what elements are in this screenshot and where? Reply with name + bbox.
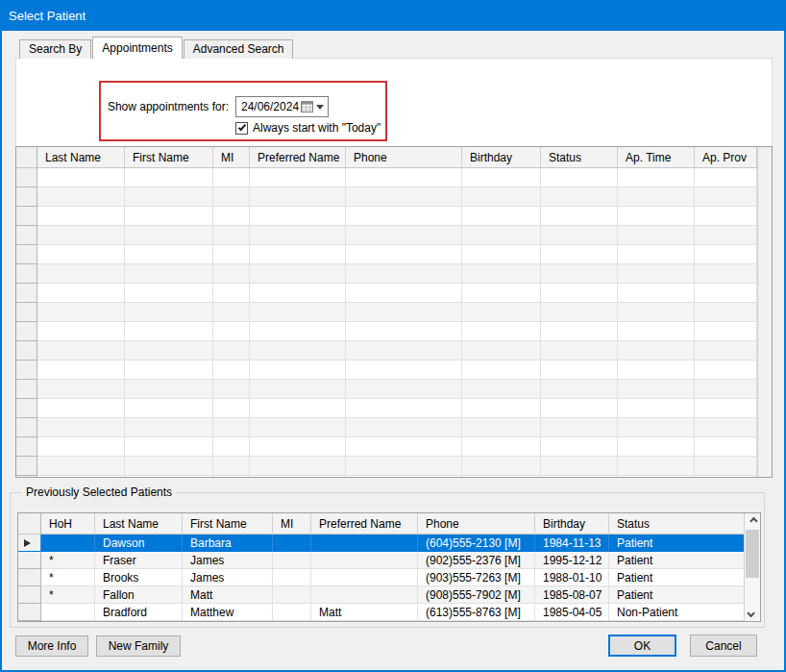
- row-selector[interactable]: [18, 535, 41, 552]
- table-row[interactable]: [16, 457, 772, 476]
- table-row[interactable]: [16, 207, 772, 226]
- row-selector[interactable]: [16, 361, 37, 380]
- col-header-status[interactable]: Status: [609, 513, 744, 534]
- col-header-mi[interactable]: MI: [213, 147, 250, 167]
- table-row[interactable]: *FraserJames(902)555-2376 [M]1995-12-12P…: [18, 552, 760, 569]
- scroll-up-button[interactable]: [745, 513, 760, 529]
- row-selector[interactable]: [16, 168, 37, 187]
- cancel-button[interactable]: Cancel: [690, 635, 757, 657]
- cell-preferred[interactable]: Matt: [311, 604, 418, 621]
- tab-advanced-search[interactable]: Advanced Search: [184, 39, 294, 59]
- cell-hoh[interactable]: *: [41, 569, 95, 586]
- calendar-icon[interactable]: [301, 101, 313, 112]
- cell-first[interactable]: James: [183, 569, 273, 586]
- chevron-down-icon[interactable]: [316, 105, 324, 110]
- cell-hoh[interactable]: *: [41, 552, 95, 569]
- table-row[interactable]: [16, 361, 772, 380]
- table-row[interactable]: DawsonBarbara(604)555-2130 [M]1984-11-13…: [18, 535, 760, 552]
- table-row[interactable]: [16, 226, 772, 245]
- table-row[interactable]: [16, 437, 772, 457]
- row-selector[interactable]: [18, 552, 41, 569]
- table-row[interactable]: [16, 264, 772, 284]
- cell-status[interactable]: Non-Patient: [609, 604, 744, 621]
- cell-hoh[interactable]: [41, 535, 95, 552]
- table-row[interactable]: [16, 380, 772, 399]
- table-row[interactable]: [16, 284, 772, 303]
- table-row[interactable]: [16, 303, 772, 322]
- cell-mi[interactable]: [273, 604, 311, 621]
- cell-status[interactable]: Patient: [609, 535, 744, 552]
- date-value[interactable]: 24/06/2024: [236, 100, 301, 113]
- cell-birthday[interactable]: 1985-04-05: [535, 604, 609, 621]
- col-header-birthday[interactable]: Birthday: [462, 147, 541, 167]
- cell-phone[interactable]: (908)555-7902 [M]: [418, 586, 535, 604]
- cell-hoh[interactable]: *: [41, 586, 95, 604]
- vertical-scrollbar[interactable]: [744, 513, 760, 621]
- cell-preferred[interactable]: [311, 586, 418, 604]
- table-row[interactable]: BradfordMatthewMatt(613)555-8763 [M]1985…: [18, 604, 760, 621]
- cell-mi[interactable]: [273, 586, 311, 604]
- col-header-phone[interactable]: Phone: [346, 147, 462, 167]
- cell-mi[interactable]: [273, 569, 311, 586]
- cell-phone[interactable]: (604)555-2130 [M]: [418, 535, 535, 552]
- table-row[interactable]: [16, 418, 772, 437]
- row-selector[interactable]: [16, 284, 37, 303]
- row-selector[interactable]: [16, 380, 37, 399]
- col-header-preferred-name[interactable]: Preferred Name: [250, 147, 346, 167]
- cell-status[interactable]: Patient: [609, 552, 744, 569]
- table-row[interactable]: [16, 245, 772, 264]
- cell-last[interactable]: Fallon: [95, 586, 183, 604]
- tab-appointments[interactable]: Appointments: [92, 37, 182, 59]
- cell-last[interactable]: Brooks: [95, 569, 183, 586]
- row-selector[interactable]: [16, 303, 37, 322]
- scrollbar-thumb[interactable]: [746, 530, 759, 578]
- col-header-preferred-name[interactable]: Preferred Name: [311, 513, 418, 534]
- cell-birthday[interactable]: 1984-11-13: [535, 535, 609, 552]
- col-header-last-name[interactable]: Last Name: [95, 513, 183, 534]
- cell-last[interactable]: Bradford: [95, 604, 183, 621]
- row-selector[interactable]: [16, 457, 37, 476]
- cell-birthday[interactable]: 1995-12-12: [535, 552, 609, 569]
- cell-hoh[interactable]: [41, 604, 95, 621]
- row-selector[interactable]: [16, 226, 37, 245]
- appointment-date-picker[interactable]: 24/06/2024: [235, 96, 329, 117]
- cell-phone[interactable]: (903)555-7263 [M]: [418, 569, 535, 586]
- cell-mi[interactable]: [273, 552, 311, 569]
- row-selector[interactable]: [16, 437, 37, 457]
- cell-last[interactable]: Dawson: [95, 535, 183, 552]
- titlebar[interactable]: Select Patient: [0, 0, 786, 31]
- col-header-first-name[interactable]: First Name: [183, 513, 273, 534]
- ok-button[interactable]: OK: [608, 635, 676, 657]
- table-row[interactable]: [16, 476, 772, 478]
- row-selector[interactable]: [18, 569, 41, 586]
- col-header-last-name[interactable]: Last Name: [37, 147, 125, 167]
- new-family-button[interactable]: New Family: [96, 635, 181, 657]
- row-selector[interactable]: [16, 187, 37, 207]
- col-header-hoh[interactable]: HoH: [41, 513, 95, 534]
- row-selector[interactable]: [16, 341, 37, 361]
- row-selector[interactable]: [16, 322, 37, 341]
- cell-birthday[interactable]: 1985-08-07: [535, 586, 609, 604]
- row-selector[interactable]: [18, 604, 41, 621]
- row-selector[interactable]: [16, 207, 37, 226]
- table-row[interactable]: *FallonMatt(908)555-7902 [M]1985-08-07Pa…: [18, 586, 760, 604]
- cell-phone[interactable]: (902)555-2376 [M]: [418, 552, 535, 569]
- col-header-status[interactable]: Status: [541, 147, 618, 167]
- cell-mi[interactable]: [273, 535, 311, 552]
- cell-first[interactable]: Matt: [183, 586, 273, 604]
- table-row[interactable]: [16, 168, 772, 187]
- cell-first[interactable]: Matthew: [183, 604, 273, 621]
- cell-first[interactable]: James: [183, 552, 273, 569]
- cell-preferred[interactable]: [311, 569, 418, 586]
- cell-birthday[interactable]: 1988-01-10: [535, 569, 609, 586]
- col-header-first-name[interactable]: First Name: [125, 147, 213, 167]
- always-start-today-checkbox[interactable]: [235, 122, 248, 135]
- col-header-ap-time[interactable]: Ap. Time: [618, 147, 695, 167]
- cell-preferred[interactable]: [311, 552, 418, 569]
- cell-last[interactable]: Fraser: [95, 552, 183, 569]
- col-header-phone[interactable]: Phone: [418, 513, 535, 534]
- row-selector[interactable]: [16, 476, 37, 478]
- table-row[interactable]: [16, 187, 772, 207]
- cell-phone[interactable]: (613)555-8763 [M]: [418, 604, 535, 621]
- more-info-button[interactable]: More Info: [15, 635, 88, 657]
